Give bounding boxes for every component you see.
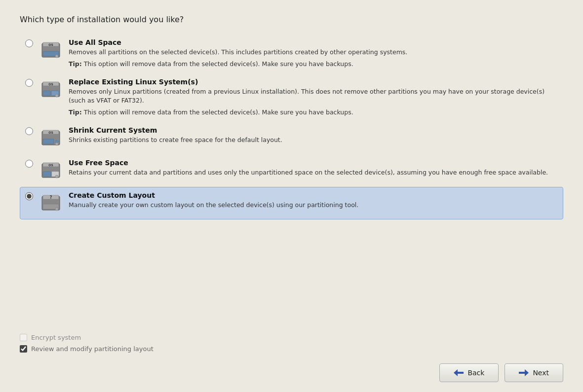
svg-marker-28 — [454, 369, 464, 376]
radio-col-shrink-current[interactable] — [25, 126, 33, 137]
desc-replace-linux: Removes only Linux partitions (created f… — [69, 87, 558, 106]
text-replace-linux: Replace Existing Linux System(s) Removes… — [69, 78, 558, 117]
radio-col-use-all-space[interactable] — [25, 38, 33, 49]
icon-use-free-space: OS — [39, 159, 63, 182]
text-use-all-space: Use All Space Removes all partitions on … — [69, 38, 558, 69]
svg-text:OS: OS — [48, 131, 53, 134]
svg-point-22 — [55, 175, 58, 178]
review-partitioning-checkbox[interactable] — [20, 345, 27, 353]
radio-use-all-space[interactable] — [25, 39, 33, 47]
desc-use-free-space: Retains your current data and partitions… — [69, 168, 558, 178]
svg-text:OS: OS — [48, 163, 53, 167]
option-use-all-space[interactable]: OS Use All Space Removes all partitions … — [20, 34, 563, 73]
title-use-all-space: Use All Space — [69, 38, 558, 46]
checkboxes: Encrypt system Review and modify partiti… — [20, 334, 563, 353]
review-partitioning-label: Review and modify partitioning layout — [31, 345, 154, 353]
svg-point-16 — [55, 143, 58, 145]
svg-point-4 — [55, 55, 58, 58]
os-disk-multi-icon: OS — [40, 79, 62, 101]
text-create-custom: Create Custom Layout Manually create you… — [69, 191, 558, 210]
icon-shrink-current: OS — [39, 126, 63, 150]
radio-replace-linux[interactable] — [25, 79, 33, 87]
shrink-disk-icon: OS — [40, 127, 62, 149]
free-disk-icon: OS — [40, 160, 62, 181]
tip-use-all-space: Tip: This option will remove data from t… — [69, 60, 558, 69]
tip-replace-linux: Tip: This option will remove data from t… — [69, 108, 558, 117]
svg-text:OS: OS — [48, 43, 53, 46]
encrypt-system-checkbox[interactable] — [20, 334, 27, 341]
review-partitioning-row[interactable]: Review and modify partitioning layout — [20, 345, 563, 353]
svg-text:OS: OS — [48, 82, 53, 86]
nav-buttons: Back Next — [439, 363, 563, 382]
radio-col-replace-linux[interactable] — [25, 78, 33, 89]
encrypt-system-row[interactable]: Encrypt system — [20, 334, 563, 341]
svg-point-10 — [55, 94, 58, 97]
title-replace-linux: Replace Existing Linux System(s) — [69, 78, 558, 86]
text-use-free-space: Use Free Space Retains your current data… — [69, 159, 558, 178]
icon-create-custom: ? — [39, 191, 63, 215]
next-label: Next — [533, 369, 549, 377]
desc-use-all-space: Removes all partitions on the selected d… — [69, 48, 558, 57]
os-disk-icon: OS — [40, 39, 62, 61]
option-shrink-current[interactable]: OS Shrink Current System Shrinks existin… — [20, 122, 563, 154]
radio-shrink-current[interactable] — [25, 127, 33, 135]
svg-marker-29 — [519, 369, 529, 376]
option-create-custom[interactable]: ? Create Custom Layout Manually create y… — [20, 187, 563, 219]
icon-replace-linux: OS — [39, 78, 63, 102]
title-shrink-current: Shrink Current System — [69, 126, 558, 134]
option-use-free-space[interactable]: OS Use Free Space Retains your current d… — [20, 154, 563, 187]
next-arrow-icon — [519, 369, 529, 377]
installation-window: Which type of installation would you lik… — [0, 0, 583, 392]
svg-rect-14 — [43, 139, 54, 144]
back-label: Back — [467, 369, 484, 377]
encrypt-system-label: Encrypt system — [31, 334, 81, 341]
svg-point-27 — [55, 208, 58, 211]
custom-disk-icon: ? — [40, 192, 62, 214]
radio-col-create-custom[interactable] — [25, 191, 33, 202]
back-arrow-icon — [454, 369, 464, 377]
desc-create-custom: Manually create your own custom layout o… — [69, 201, 558, 210]
svg-rect-8 — [43, 91, 50, 96]
icon-use-all-space: OS — [39, 38, 63, 62]
svg-rect-20 — [43, 172, 51, 177]
svg-text:?: ? — [50, 195, 52, 200]
bottom-section: Encrypt system Review and modify partiti… — [20, 334, 563, 353]
next-button[interactable]: Next — [505, 363, 563, 382]
radio-create-custom[interactable] — [25, 192, 33, 200]
options-list: OS Use All Space Removes all partitions … — [20, 34, 563, 219]
page-title: Which type of installation would you lik… — [20, 15, 563, 24]
title-use-free-space: Use Free Space — [69, 159, 558, 167]
desc-shrink-current: Shrinks existing partitions to create fr… — [69, 136, 558, 145]
back-button[interactable]: Back — [439, 363, 499, 382]
title-create-custom: Create Custom Layout — [69, 191, 558, 199]
radio-col-use-free-space[interactable] — [25, 159, 33, 170]
radio-use-free-space[interactable] — [25, 160, 33, 168]
text-shrink-current: Shrink Current System Shrinks existing p… — [69, 126, 558, 145]
option-replace-linux[interactable]: OS Replace Existing Linux System(s) Remo… — [20, 73, 563, 122]
